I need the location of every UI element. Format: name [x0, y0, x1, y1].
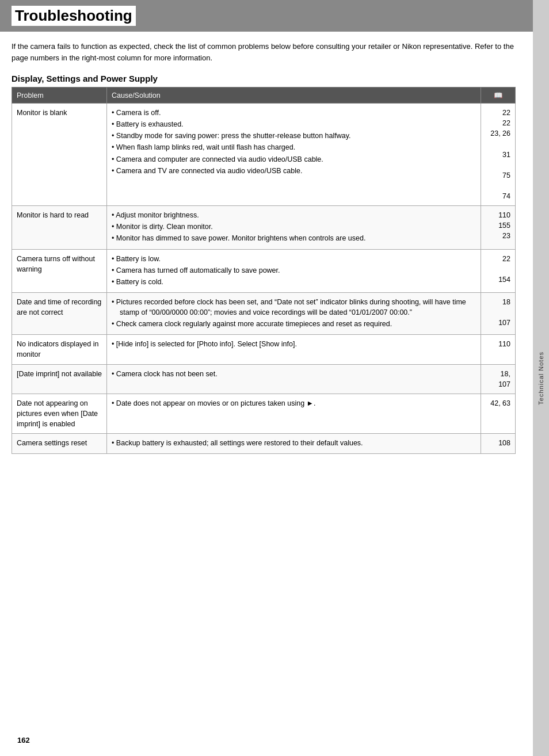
cause-item: Check camera clock regularly against mor… — [112, 319, 476, 329]
table-row: Date not appearing on pictures even when… — [12, 394, 516, 433]
cause-cell: Backup battery is exhausted; all setting… — [107, 434, 481, 454]
cause-item: Monitor is dirty. Clean monitor. — [112, 222, 476, 232]
cause-item: Backup battery is exhausted; all setting… — [112, 438, 476, 448]
cause-item: Monitor has dimmed to save power. Monito… — [112, 233, 476, 243]
problem-cell: No indicators displayed in monitor — [12, 335, 107, 364]
cause-item: Camera and TV are connected via audio vi… — [112, 166, 476, 176]
cause-cell: Date does not appear on movies or on pic… — [107, 394, 481, 433]
page-cell: 222223, 26317574 — [481, 104, 516, 206]
cause-item: Date does not appear on movies or on pic… — [112, 398, 476, 408]
cause-cell: Camera clock has not been set. — [107, 364, 481, 394]
intro-text: If the camera fails to function as expec… — [12, 41, 516, 63]
problem-cell: Date and time of recording are not corre… — [12, 292, 107, 334]
page-cell: 42, 63 — [481, 394, 516, 433]
cause-item: Pictures recorded before clock has been … — [112, 297, 476, 318]
cause-cell: [Hide info] is selected for [Photo info]… — [107, 335, 481, 364]
cause-item: Battery is cold. — [112, 277, 476, 287]
page-header: 📖 — [481, 87, 516, 104]
cause-item: Camera and computer are connected via au… — [112, 154, 476, 165]
section-title: Display, Settings and Power Supply — [12, 74, 516, 83]
cause-item: Camera clock has not been set. — [112, 369, 476, 379]
cause-cell: Pictures recorded before clock has been … — [107, 292, 481, 334]
cause-item: [Hide info] is selected for [Photo info]… — [112, 339, 476, 349]
page-cell: 110 — [481, 335, 516, 364]
cause-item: Battery is exhausted. — [112, 119, 476, 129]
table-row: [Date imprint] not availableCamera clock… — [12, 364, 516, 394]
cause-header: Cause/Solution — [107, 87, 481, 104]
table-row: Camera turns off without warningBattery … — [12, 249, 516, 292]
page-cell: 18107 — [481, 292, 516, 334]
table-row: Monitor is blankCamera is off.Battery is… — [12, 104, 516, 206]
problem-cell: Camera settings reset — [12, 434, 107, 454]
table-row: Date and time of recording are not corre… — [12, 292, 516, 334]
table-row: Monitor is hard to readAdjust monitor br… — [12, 206, 516, 249]
problem-cell: Monitor is blank — [12, 104, 107, 206]
cause-cell: Battery is low.Camera has turned off aut… — [107, 249, 481, 292]
cause-item: Camera has turned off automatically to s… — [112, 265, 476, 276]
table-row: No indicators displayed in monitor[Hide … — [12, 335, 516, 364]
page-cell: 11015523 — [481, 206, 516, 249]
problem-cell: Camera turns off without warning — [12, 249, 107, 292]
cause-item: Battery is low. — [112, 254, 476, 264]
page-cell: 18, 107 — [481, 364, 516, 394]
cause-item: When flash lamp blinks red, wait until f… — [112, 142, 476, 152]
page-title: Troubleshooting — [12, 6, 136, 26]
page-number: 162 — [17, 736, 30, 744]
problem-cell: [Date imprint] not available — [12, 364, 107, 394]
sidebar-label: Technical Notes — [537, 352, 544, 405]
cause-item: Standby mode for saving power: press the… — [112, 131, 476, 141]
cause-item: Adjust monitor brightness. — [112, 210, 476, 220]
troubleshooting-table: Problem Cause/Solution 📖 Monitor is blan… — [12, 87, 516, 454]
problem-cell: Monitor is hard to read — [12, 206, 107, 249]
cause-cell: Adjust monitor brightness.Monitor is dir… — [107, 206, 481, 249]
problem-cell: Date not appearing on pictures even when… — [12, 394, 107, 433]
problem-header: Problem — [12, 87, 107, 104]
sidebar: Technical Notes — [533, 0, 549, 756]
table-row: Camera settings resetBackup battery is e… — [12, 434, 516, 454]
page-cell: 108 — [481, 434, 516, 454]
cause-item: Camera is off. — [112, 108, 476, 118]
cause-cell: Camera is off.Battery is exhausted.Stand… — [107, 104, 481, 206]
page-cell: 22154 — [481, 249, 516, 292]
